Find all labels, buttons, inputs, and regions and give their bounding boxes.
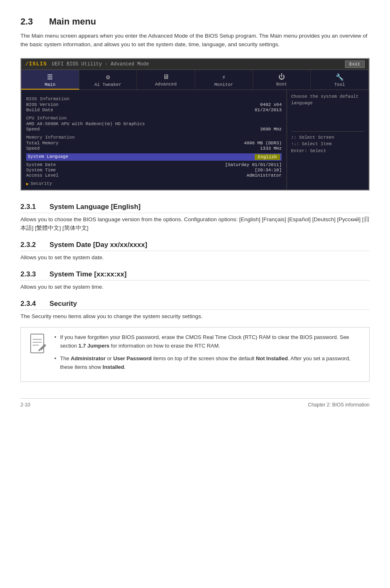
bios-brand: /ISLIS <box>25 61 47 67</box>
subsection-2-3-4: 2.3.4 Security The Security menu items a… <box>20 300 370 382</box>
subsection-2-3-3: 2.3.3 System Time [xx:xx:xx] Allows you … <box>20 270 370 292</box>
subsection-body-2-3-3: Allows you to set the system time. <box>20 283 370 292</box>
subsection-number-2-3-2: 2.3.2 <box>20 241 43 249</box>
note-1-bold: 1.7 Jumpers <box>78 343 110 349</box>
nav-tab-monitor[interactable]: ⚡ Monitor <box>195 70 253 90</box>
note-2-admin-bold: Administrator <box>71 355 105 361</box>
access-level-label: Access Level <box>26 173 58 178</box>
chapter-label: Chapter 2: BIOS information <box>308 402 370 408</box>
security-label: Security <box>31 181 52 186</box>
subsection-number-2-3-4: 2.3.4 <box>20 300 43 308</box>
subsection-heading-2-3-2: 2.3.2 System Date [Day xx/xx/xxxx] <box>20 241 370 251</box>
nav-tab-monitor-label: Monitor <box>214 82 233 87</box>
nav-tab-ai-tweaker-label: Ai Tweaker <box>94 82 121 87</box>
page-footer: 2-10 Chapter 2: BIOS information <box>20 398 370 408</box>
tool-icon: 🔧 <box>312 73 367 81</box>
page-number: 2-10 <box>20 402 30 408</box>
subsection-title-2-3-4: Security <box>49 300 77 308</box>
bios-footer-hints: ↕: Select Screen ↑↓: Select Item Enter: … <box>291 131 365 155</box>
svg-rect-0 <box>31 334 44 353</box>
cpu-speed-label: Speed <box>26 127 40 132</box>
system-language-label: System Language <box>28 154 68 160</box>
monitor-icon: ⚡ <box>197 73 251 81</box>
note-item-1: If you have forgotten your BIOS password… <box>54 333 363 350</box>
subsection-heading-2-3-4: 2.3.4 Security <box>20 300 370 310</box>
system-time-value: [20:34:10] <box>255 168 282 173</box>
bios-exit-button[interactable]: Exit <box>345 61 365 68</box>
bios-content: BIOS Information BIOS Version 0402 x64 B… <box>21 90 369 190</box>
boot-icon: ⏻ <box>255 73 309 81</box>
system-language-value: English <box>255 154 280 160</box>
cpu-model-row: AMD A8-5600K APU with Radeon(tm) HD Grap… <box>26 121 282 126</box>
system-date-value: [Saturday 01/01/2011] <box>225 162 282 167</box>
hint-line-3: Enter: Select <box>291 148 365 155</box>
bios-nav: ☰ Main ⚙ Ai Tweaker 🖥 Advanced ⚡ Monitor… <box>21 70 369 90</box>
note-icon <box>27 333 48 358</box>
nav-tab-boot[interactable]: ⏻ Boot <box>253 70 311 90</box>
hint-line-2: ↑↓: Select Item <box>291 141 365 148</box>
cpu-speed-value: 3600 MHz <box>260 127 282 132</box>
system-date-row: System Date [Saturday 01/01/2011] <box>26 162 282 167</box>
bios-info-label: BIOS Information <box>26 97 282 101</box>
nav-tab-main-label: Main <box>45 82 55 87</box>
bios-titlebar-text: UEFI BIOS Utility - Advanced Mode <box>52 61 149 67</box>
nav-tab-advanced[interactable]: 🖥 Advanced <box>137 70 195 90</box>
ai-tweaker-icon: ⚙ <box>81 73 135 81</box>
subsection-heading-2-3-1: 2.3.1 System Language [English] <box>20 203 370 213</box>
subsection-title-2-3-2: System Date [Day xx/xx/xxxx] <box>49 241 147 249</box>
bios-ui-screenshot: /ISLIS UEFI BIOS Utility - Advanced Mode… <box>20 58 370 191</box>
main-section-heading: 2.3 Main menu <box>20 16 370 27</box>
subsection-number-2-3-3: 2.3.3 <box>20 270 43 278</box>
bios-titlebar: /ISLIS UEFI BIOS Utility - Advanced Mode… <box>21 59 369 70</box>
memory-speed-row: Speed 1333 MHz <box>26 146 282 151</box>
system-time-row: System Time [20:34:10] <box>26 168 282 173</box>
bios-version-row: BIOS Version 0402 x64 <box>26 102 282 107</box>
subsection-body-2-3-2: Allows you to set the system date. <box>20 254 370 262</box>
nav-tab-main[interactable]: ☰ Main <box>21 70 79 90</box>
system-language-row[interactable]: System Language English <box>26 153 282 161</box>
bios-hint-text: Choose the system default language <box>291 93 365 107</box>
memory-speed-value: 1333 MHz <box>260 146 282 151</box>
cpu-speed-row: Speed 3600 MHz <box>26 127 282 132</box>
nav-tab-ai-tweaker[interactable]: ⚙ Ai Tweaker <box>79 70 137 90</box>
note-box: If you have forgotten your BIOS password… <box>20 327 370 382</box>
note-2-userpass-bold: User Password <box>113 355 152 361</box>
subsection-title-2-3-3: System Time [xx:xx:xx] <box>49 270 127 278</box>
memory-speed-label: Speed <box>26 146 40 151</box>
system-time-label: System Time <box>26 168 56 173</box>
cpu-model: AMD A8-5600K APU with Radeon(tm) HD Grap… <box>26 121 145 126</box>
subsection-2-3-2: 2.3.2 System Date [Day xx/xx/xxxx] Allow… <box>20 241 370 262</box>
nav-tab-advanced-label: Advanced <box>155 82 177 87</box>
total-memory-row: Total Memory 4096 MB (DDR3) <box>26 141 282 146</box>
section-title: Main menu <box>49 16 96 27</box>
note-content: If you have forgotten your BIOS password… <box>54 333 363 375</box>
system-date-label: System Date <box>26 162 56 167</box>
bios-left-panel: BIOS Information BIOS Version 0402 x64 B… <box>21 90 287 190</box>
total-memory-label: Total Memory <box>26 141 58 146</box>
nav-tab-boot-label: Boot <box>276 82 287 87</box>
subsection-title-2-3-1: System Language [English] <box>49 203 141 211</box>
note-2-notinstalled-bold: Not Installed <box>256 355 288 361</box>
build-date-label: Build Date <box>26 108 53 112</box>
main-icon: ☰ <box>23 73 77 81</box>
nav-tab-tool[interactable]: 🔧 Tool <box>311 70 369 90</box>
access-level-row: Access Level Administrator <box>26 173 282 178</box>
subsection-2-3-1: 2.3.1 System Language [English] Allows y… <box>20 203 370 233</box>
cpu-info-label: CPU Information <box>26 116 282 121</box>
section-description: The Main menu screen appears when you en… <box>20 32 370 49</box>
build-date-row: Build Date 01/24/2013 <box>26 108 282 112</box>
security-row[interactable]: ▶ Security <box>26 181 282 186</box>
bios-version-value: 0402 x64 <box>260 102 282 107</box>
subsection-number-2-3-1: 2.3.1 <box>20 203 43 211</box>
memory-info-label: Memory Information <box>26 135 282 140</box>
subsection-heading-2-3-3: 2.3.3 System Time [xx:xx:xx] <box>20 270 370 281</box>
security-arrow-icon: ▶ <box>26 181 29 186</box>
subsection-body-2-3-4: The Security menu items allow you to cha… <box>20 312 370 321</box>
subsection-body-2-3-1: Allows you to choose the BIOS language v… <box>20 215 370 233</box>
note-item-2: The Administrator or User Password items… <box>54 355 363 372</box>
svg-marker-4 <box>40 344 46 350</box>
build-date-value: 01/24/2013 <box>255 108 282 112</box>
bios-right-panel: Choose the system default language ↕: Se… <box>287 90 369 190</box>
nav-tab-tool-label: Tool <box>334 82 345 87</box>
advanced-icon: 🖥 <box>139 73 193 81</box>
